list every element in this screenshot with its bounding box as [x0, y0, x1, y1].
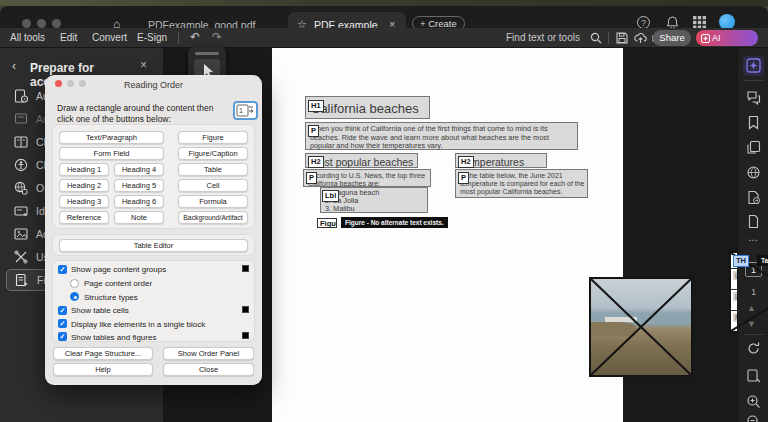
doc-h2-left-text: Most popular beaches [310, 156, 413, 168]
region-paragraph2[interactable]: According to U.S. News, the top three Ca… [303, 169, 431, 187]
window-minimize-button[interactable] [37, 19, 46, 28]
form-field-button[interactable]: Form Field [59, 147, 164, 160]
fit-page-icon[interactable] [746, 368, 761, 383]
doc-p1-text: When you think of California one of the … [310, 125, 574, 151]
show-tables-figures-color-swatch[interactable] [242, 332, 249, 339]
close-button[interactable]: Close [163, 363, 254, 376]
heading6-button[interactable]: Heading 6 [114, 195, 164, 208]
convert-document-icon[interactable] [746, 190, 761, 205]
show-tables-figures-checkbox[interactable]: ✓ [58, 332, 67, 341]
zoom-out-icon[interactable] [746, 414, 761, 422]
show-tables-figures-label: Show tables and figures [71, 333, 156, 342]
table-button[interactable]: Table [178, 163, 248, 176]
save-icon[interactable] [616, 32, 628, 44]
figure-button[interactable]: Figure [178, 131, 248, 144]
close-panel-icon[interactable]: × [140, 58, 147, 72]
check-accessibility-icon [14, 158, 29, 173]
region-heading2-right[interactable]: Temperatures H2 [455, 153, 547, 168]
find-tools-label[interactable]: Find text or tools [506, 32, 580, 43]
page-thumbnails-icon[interactable] [746, 140, 761, 155]
doc-p3-text: In the table below, the June 2021 temper… [460, 172, 585, 197]
share-button[interactable]: Share [653, 30, 691, 46]
region-paragraph1[interactable]: When you think of California one of the … [305, 122, 578, 150]
app-screen: ⌂ PDFexample_good.pdf ☆ PDF example × + … [0, 0, 768, 422]
comments-icon[interactable] [746, 90, 761, 105]
region-figure[interactable] [589, 277, 693, 377]
toolbar-drag-handle[interactable] [195, 52, 219, 55]
figure-tooltip: Figure - No alternate text exists. [341, 217, 448, 228]
heading4-button[interactable]: Heading 4 [114, 163, 164, 176]
document-icon[interactable] [746, 214, 761, 229]
reading-order-tool-icon[interactable]: 1 [233, 101, 258, 120]
show-table-cells-checkbox[interactable]: ✓ [58, 306, 67, 315]
region-list[interactable]: 1. Laguna beach 2. La Jolla 3. Malibu Lb… [320, 187, 428, 213]
add-alternate-text-icon [14, 227, 29, 242]
menu-convert[interactable]: Convert [92, 32, 127, 43]
tag-p[interactable]: P [458, 172, 469, 184]
svg-text:1: 1 [239, 107, 243, 114]
rail-divider [744, 80, 763, 81]
upload-cloud-icon[interactable] [634, 32, 647, 44]
toolbar-divider [178, 32, 179, 44]
structure-types-radio[interactable] [70, 292, 79, 301]
window-close-button[interactable] [22, 19, 31, 28]
more-tools-icon[interactable]: … [748, 232, 759, 243]
help-button[interactable]: Help [53, 363, 153, 376]
show-table-cells-color-swatch[interactable] [242, 306, 249, 313]
identify-form-fields-icon [14, 204, 29, 219]
figure-caption-button[interactable]: Figure/Caption [178, 147, 248, 160]
accessibility-globe-icon[interactable] [746, 165, 761, 180]
background-artifact-button[interactable]: Background/Artifact [178, 211, 248, 224]
tag-buttons-group: Text/Paragraph Figure Form Field Figure/… [52, 124, 255, 229]
rail-divider [744, 334, 763, 335]
note-button[interactable]: Note [114, 211, 164, 224]
rotate-page-icon[interactable] [746, 341, 761, 356]
menu-edit[interactable]: Edit [60, 32, 77, 43]
table-editor-button[interactable]: Table Editor [59, 239, 248, 252]
tag-p[interactable]: P [306, 172, 317, 184]
tag-p[interactable]: P [308, 125, 319, 137]
autotag-document-icon [14, 89, 29, 104]
clear-page-structure-button[interactable]: Clear Page Structure... [53, 347, 153, 360]
autotag-form-icon [14, 112, 29, 127]
heading1-button[interactable]: Heading 1 [59, 163, 109, 176]
show-groups-color-swatch[interactable] [242, 265, 249, 272]
show-groups-checkbox[interactable]: ✓ [58, 265, 67, 274]
reference-button[interactable]: Reference [59, 211, 109, 224]
redo-icon[interactable]: ↷ [212, 30, 222, 44]
display-like-elements-checkbox[interactable]: ✓ [58, 319, 67, 328]
heading2-button[interactable]: Heading 2 [59, 179, 109, 192]
heading3-button[interactable]: Heading 3 [59, 195, 109, 208]
window-zoom-button[interactable] [52, 19, 61, 28]
heading5-button[interactable]: Heading 5 [114, 179, 164, 192]
tag-h1[interactable]: H1 [308, 100, 324, 112]
tag-figure[interactable]: Figure [317, 218, 337, 228]
menu-esign[interactable]: E-Sign [137, 32, 167, 43]
figure-cross-marker [591, 279, 691, 375]
search-icon[interactable] [590, 32, 602, 44]
back-chevron-icon[interactable]: ‹ [12, 59, 16, 73]
formula-button[interactable]: Formula [178, 195, 248, 208]
bookmarks-icon[interactable] [746, 115, 761, 130]
text-paragraph-button[interactable]: Text/Paragraph [59, 131, 164, 144]
zoom-in-icon[interactable] [746, 394, 761, 409]
undo-icon[interactable]: ↶ [190, 30, 200, 44]
tag-h2[interactable]: H2 [308, 156, 324, 168]
show-order-panel-button[interactable]: Show Order Panel [163, 347, 254, 360]
region-table[interactable]: Temperature Laguna 70 - 75 degrees faren… [729, 251, 768, 333]
accessibility-report-icon [14, 181, 29, 196]
region-heading1[interactable]: California beaches H1 [305, 96, 430, 119]
doc-p2-text: According to U.S. News, the top three Ca… [308, 172, 428, 188]
ai-assistant-button[interactable]: AI Assistant [696, 30, 758, 46]
tag-th[interactable]: TH [733, 255, 749, 267]
page-content-order-label: Page content order [84, 279, 152, 288]
menu-all-tools[interactable]: All tools [10, 32, 45, 43]
tag-h2[interactable]: H2 [458, 156, 474, 168]
region-heading2-left[interactable]: Most popular beaches H2 [305, 153, 418, 168]
tag-lbl[interactable]: Lbl [322, 190, 339, 202]
ai-assistant-rail-icon[interactable] [746, 58, 761, 73]
cell-button[interactable]: Cell [178, 179, 248, 192]
region-paragraph3[interactable]: In the table below, the June 2021 temper… [455, 169, 588, 198]
reading-options-icon [14, 135, 29, 150]
page-content-order-radio[interactable] [70, 279, 79, 288]
